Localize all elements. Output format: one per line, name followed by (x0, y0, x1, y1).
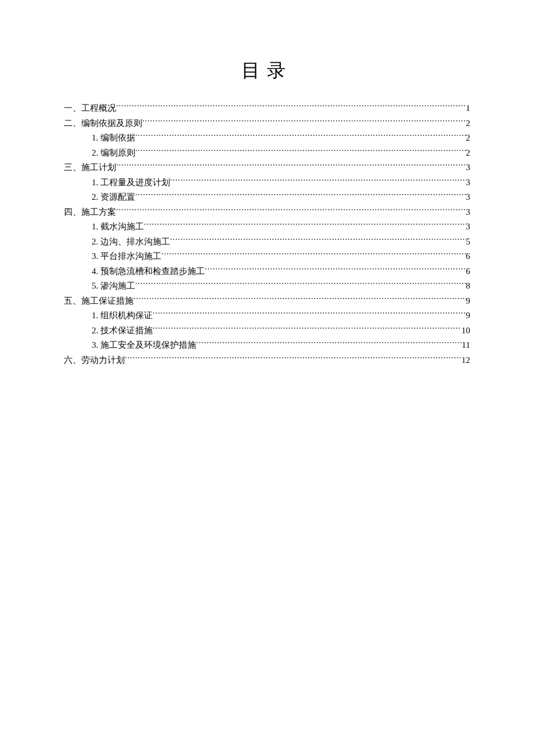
toc-entry: 二、编制依据及原则2 (64, 116, 470, 131)
toc-leader-dots (116, 206, 466, 215)
toc-entry-page: 3 (466, 205, 471, 220)
toc-entry: 三、施工计划3 (64, 160, 470, 175)
toc-leader-dots (205, 265, 466, 274)
toc-entry: 4. 预制急流槽和检查踏步施工6 (64, 264, 470, 279)
toc-leader-dots (153, 309, 466, 318)
toc-leader-dots (134, 295, 466, 304)
toc-entry: 2. 边沟、排水沟施工5 (64, 235, 470, 250)
toc-entry-label: 1. 工程量及进度计划 (92, 175, 170, 190)
toc-leader-dots (153, 325, 461, 333)
toc-entry-page: 6 (466, 249, 471, 264)
toc-entry-page: 3 (466, 190, 471, 205)
toc-entry-page: 9 (466, 294, 471, 309)
toc-leader-dots (196, 339, 462, 348)
toc-leader-dots (161, 250, 466, 259)
toc-entry: 一、工程概况1 (64, 101, 470, 116)
toc-entry-label: 3. 施工安全及环境保护措施 (92, 338, 196, 353)
toc-entry-label: 2. 编制原则 (92, 146, 135, 161)
toc-container: 一、工程概况1二、编制依据及原则21. 编制依据22. 编制原则2三、施工计划3… (64, 101, 470, 368)
toc-entry-label: 四、施工方案 (64, 205, 116, 220)
toc-entry-page: 11 (462, 338, 470, 353)
toc-entry: 2. 资源配置3 (64, 190, 470, 205)
toc-entry: 1. 组织机构保证9 (64, 308, 470, 323)
toc-leader-dots (116, 102, 466, 111)
toc-entry: 四、施工方案3 (64, 205, 470, 220)
toc-entry-page: 5 (466, 235, 471, 250)
toc-entry-page: 2 (466, 131, 471, 146)
toc-entry-label: 二、编制依据及原则 (64, 116, 142, 131)
toc-leader-dots (116, 161, 466, 170)
toc-leader-dots (135, 132, 466, 141)
toc-entry-label: 2. 边沟、排水沟施工 (92, 235, 170, 250)
toc-entry: 5. 渗沟施工8 (64, 279, 470, 294)
toc-entry-page: 3 (466, 219, 471, 235)
toc-entry: 3. 施工安全及环境保护措施11 (64, 338, 470, 353)
toc-entry-page: 2 (466, 146, 471, 161)
toc-leader-dots (142, 117, 466, 126)
toc-leader-dots (144, 221, 466, 229)
toc-entry-page: 8 (466, 279, 471, 294)
toc-entry-page: 2 (466, 116, 471, 131)
toc-leader-dots (135, 280, 466, 289)
toc-entry-label: 4. 预制急流槽和检查踏步施工 (92, 264, 205, 279)
toc-entry-label: 三、施工计划 (64, 160, 116, 175)
toc-entry-label: 1. 截水沟施工 (92, 219, 144, 235)
toc-entry-label: 一、工程概况 (64, 101, 116, 116)
toc-entry: 五、施工保证措施9 (64, 294, 470, 309)
toc-entry-label: 2. 技术保证措施 (92, 323, 153, 339)
toc-entry-page: 3 (466, 175, 471, 190)
toc-entry: 1. 编制依据2 (64, 131, 470, 146)
toc-leader-dots (170, 177, 466, 185)
toc-entry-page: 10 (461, 323, 470, 339)
toc-title: 目录 (64, 58, 470, 84)
toc-entry-page: 1 (466, 101, 471, 116)
toc-entry-label: 1. 编制依据 (92, 131, 135, 146)
toc-entry-page: 3 (466, 160, 471, 175)
toc-leader-dots (135, 191, 466, 200)
toc-entry-page: 12 (461, 353, 470, 368)
toc-leader-dots (135, 147, 466, 156)
toc-entry: 2. 编制原则2 (64, 146, 470, 161)
toc-entry: 六、劳动力计划12 (64, 353, 470, 368)
toc-entry: 3. 平台排水沟施工6 (64, 249, 470, 264)
toc-entry-page: 9 (466, 308, 471, 323)
toc-entry-label: 1. 组织机构保证 (92, 308, 153, 323)
toc-leader-dots (125, 354, 461, 363)
toc-entry-label: 5. 渗沟施工 (92, 279, 135, 294)
toc-entry: 1. 截水沟施工3 (64, 219, 470, 235)
toc-entry-label: 2. 资源配置 (92, 190, 135, 205)
toc-entry-label: 六、劳动力计划 (64, 353, 125, 368)
toc-leader-dots (170, 236, 466, 244)
toc-entry-label: 3. 平台排水沟施工 (92, 249, 161, 264)
toc-entry: 1. 工程量及进度计划3 (64, 175, 470, 190)
toc-entry-label: 五、施工保证措施 (64, 294, 134, 309)
toc-entry: 2. 技术保证措施10 (64, 323, 470, 339)
toc-entry-page: 6 (466, 264, 471, 279)
